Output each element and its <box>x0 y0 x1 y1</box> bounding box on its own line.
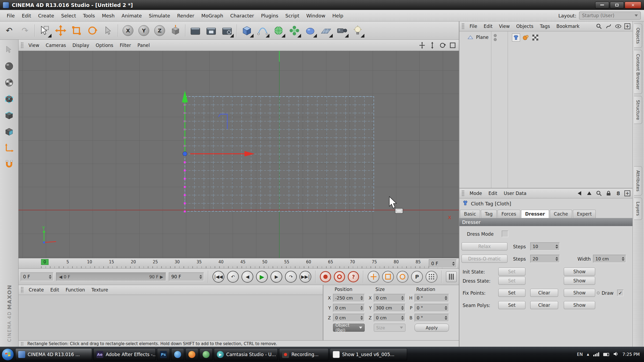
spinner-arrows[interactable] <box>360 316 364 320</box>
previous-key-button[interactable]: ↶ <box>227 271 239 283</box>
taskbar-browser-button[interactable] <box>171 348 184 361</box>
spinner-arrows[interactable] <box>452 262 455 266</box>
position-x-field[interactable]: -250 cm <box>333 294 365 302</box>
network-icon[interactable] <box>593 352 599 356</box>
record-keyframe-button[interactable] <box>320 271 331 282</box>
fix-points-set-button[interactable]: Set <box>498 289 525 297</box>
key-scale-toggle[interactable] <box>382 271 394 283</box>
end-frame-field[interactable]: 90 F <box>169 272 204 281</box>
restore-button[interactable] <box>610 2 624 9</box>
menu-script[interactable]: Script <box>282 11 303 20</box>
matman-menu-texture[interactable]: Texture <box>89 286 111 294</box>
side-tab-attributes[interactable]: Attributes <box>634 166 642 195</box>
spinner-arrows[interactable] <box>444 296 448 300</box>
render-picture-viewer-button[interactable] <box>204 23 219 38</box>
start-button[interactable] <box>2 348 14 361</box>
eye-icon[interactable] <box>615 23 622 30</box>
rotation-p-field[interactable]: 0 ° <box>415 304 449 312</box>
cloth-tag-icon[interactable] <box>512 34 520 42</box>
search-icon[interactable] <box>595 190 602 197</box>
objman-menu-tags[interactable]: Tags <box>537 22 553 30</box>
redo-button[interactable]: ↷ <box>17 23 32 38</box>
viewport-menu-display[interactable]: Display <box>69 41 93 50</box>
spinner-arrows[interactable] <box>555 257 559 261</box>
side-tab-layers[interactable]: Layers <box>634 198 642 220</box>
matman-menu-edit[interactable]: Edit <box>47 286 62 294</box>
size-x-field[interactable]: 0 cm <box>374 294 405 302</box>
relax-steps-field[interactable]: 10 <box>530 242 560 250</box>
dress-o-matic-button[interactable]: Dress-O-matic <box>462 255 507 263</box>
tab-expert[interactable]: Expert <box>573 210 596 218</box>
points-mode-button[interactable] <box>2 92 16 106</box>
last-tool-button[interactable] <box>101 23 116 38</box>
side-tab-structure[interactable]: Structure <box>634 96 642 124</box>
spinner-arrows[interactable] <box>360 296 364 300</box>
spinner-arrows[interactable] <box>444 306 448 310</box>
viewport-canvas[interactable]: x <box>19 51 459 258</box>
tab-dresser[interactable]: Dresser <box>521 210 549 218</box>
objman-menu-objects[interactable]: Objects <box>513 22 536 30</box>
volume-icon[interactable] <box>613 352 619 357</box>
previous-frame-button[interactable]: ◀ <box>241 271 253 283</box>
viewport-menu-cameras[interactable]: Cameras <box>42 41 69 50</box>
object-list[interactable]: Plane <box>459 31 632 188</box>
objman-menu-bookmark[interactable]: Bookmark <box>554 22 583 30</box>
dress-state-set-button[interactable]: Set <box>498 277 525 285</box>
key-parameter-toggle[interactable]: P <box>411 271 423 283</box>
snap-mode-button[interactable] <box>2 157 16 171</box>
viewport-toggle-icon[interactable] <box>449 41 457 49</box>
coordinate-system-button[interactable] <box>168 23 183 38</box>
dresser-section-header[interactable]: Dresser <box>459 218 632 226</box>
uvw-tag-icon[interactable] <box>531 34 539 42</box>
panel-grip[interactable] <box>21 342 24 346</box>
menu-mesh[interactable]: Mesh <box>98 11 118 20</box>
key-pla-toggle[interactable] <box>426 271 437 283</box>
panel-grip[interactable] <box>21 42 24 49</box>
menu-file[interactable]: File <box>3 11 18 20</box>
visibility-toggles[interactable] <box>494 34 497 41</box>
relax-button[interactable]: Relax <box>462 242 507 250</box>
draw-checkbox[interactable]: ✓ <box>617 290 624 296</box>
convert-tool-button[interactable] <box>2 43 16 57</box>
menu-select[interactable]: Select <box>58 11 80 20</box>
menu-plugins[interactable]: Plugins <box>258 11 282 20</box>
side-tab-content-browser[interactable]: Content Browser <box>634 50 642 94</box>
object-mode-dropdown[interactable]: Object (Rel) <box>333 324 365 332</box>
layout-dropdown[interactable]: Startup (User) <box>579 12 641 20</box>
object-origin-handle[interactable] <box>183 152 187 156</box>
matman-menu-create[interactable]: Create <box>26 286 47 294</box>
viewport-orbit-icon[interactable] <box>438 41 447 49</box>
tab-basic[interactable]: Basic <box>460 210 480 218</box>
edges-mode-button[interactable] <box>2 108 16 122</box>
lock-x-axis-button[interactable]: X <box>120 23 136 38</box>
spinner-arrows[interactable] <box>401 316 404 320</box>
nav-up-icon[interactable] <box>586 190 593 197</box>
workplane-mode-button[interactable] <box>2 141 16 155</box>
viewport-pan-icon[interactable] <box>418 41 426 49</box>
new-panel-icon[interactable]: + <box>624 190 630 196</box>
spinner-arrows[interactable] <box>444 316 448 320</box>
viewport-menu-options[interactable]: Options <box>93 41 117 50</box>
panel-grip[interactable] <box>21 287 24 293</box>
panel-grip[interactable] <box>462 190 464 197</box>
edit-render-settings-button[interactable] <box>219 23 235 38</box>
objman-menu-edit[interactable]: Edit <box>481 22 495 30</box>
close-button[interactable]: × <box>625 2 641 9</box>
fix-points-show-button[interactable]: Show <box>564 289 595 297</box>
next-key-button[interactable]: ↷ <box>285 271 297 283</box>
tab-tag[interactable]: Tag <box>481 210 497 218</box>
polygons-mode-button[interactable] <box>2 125 16 139</box>
add-light-button[interactable] <box>350 23 365 38</box>
panel-grip[interactable] <box>462 23 464 29</box>
tray-expand-icon[interactable]: ▲ <box>587 353 589 356</box>
menu-help[interactable]: Help <box>329 11 347 20</box>
menu-character[interactable]: Character <box>227 11 258 20</box>
keyframe-selection-button[interactable]: ? <box>348 271 359 282</box>
render-view-button[interactable] <box>188 23 203 38</box>
attr-menu-edit[interactable]: Edit <box>485 189 500 197</box>
timeline-ruler[interactable]: 0 5 10 15 20 25 30 35 40 45 50 55 <box>19 258 459 269</box>
frame-range-slider[interactable]: ◀ 0 F 90 F ▶ <box>56 272 166 281</box>
add-subdivision-surface-button[interactable] <box>271 23 286 38</box>
add-spline-button[interactable] <box>255 23 270 38</box>
key-rotation-toggle[interactable] <box>397 271 408 283</box>
